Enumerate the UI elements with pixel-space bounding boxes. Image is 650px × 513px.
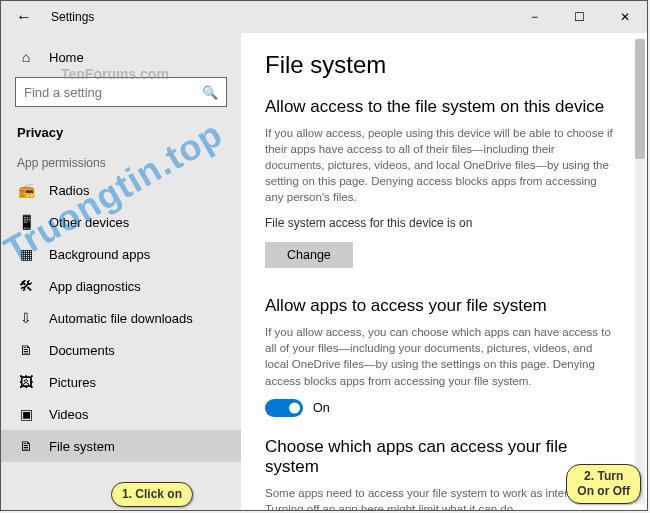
sidebar-item-pictures[interactable]: 🖼 Pictures <box>1 366 241 398</box>
sidebar-item-label: Automatic file downloads <box>49 311 193 326</box>
allow-apps-toggle[interactable] <box>265 399 303 417</box>
titlebar: ← Settings − ☐ ✕ <box>1 1 647 33</box>
sidebar-item-app-diagnostics[interactable]: 🛠 App diagnostics <box>1 270 241 302</box>
category-label: Privacy <box>1 117 241 148</box>
sidebar-item-file-system[interactable]: 🗎 File system <box>1 430 241 462</box>
sidebar-item-other-devices[interactable]: 📱 Other devices <box>1 206 241 238</box>
window-title: Settings <box>51 10 512 24</box>
section2-title: Allow apps to access your file system <box>265 296 623 316</box>
sidebar-item-label: Pictures <box>49 375 96 390</box>
sidebar-item-radios[interactable]: 📻 Radios <box>1 174 241 206</box>
background-icon: ▦ <box>17 246 35 262</box>
annotation-callout-1: 1. Click on <box>111 482 193 507</box>
sidebar-item-label: Radios <box>49 183 89 198</box>
sidebar-item-label: Background apps <box>49 247 150 262</box>
sidebar: ⌂ Home Find a setting 🔍 Privacy App perm… <box>1 33 241 510</box>
section2-desc: If you allow access, you can choose whic… <box>265 324 615 388</box>
search-input[interactable]: Find a setting 🔍 <box>15 77 227 107</box>
section3-desc: Some apps need to access your file syste… <box>265 485 615 510</box>
section1-desc: If you allow access, people using this d… <box>265 125 615 205</box>
home-icon: ⌂ <box>17 49 35 65</box>
search-placeholder: Find a setting <box>24 85 102 100</box>
sidebar-item-label: Videos <box>49 407 89 422</box>
sidebar-item-documents[interactable]: 🗎 Documents <box>1 334 241 366</box>
search-icon: 🔍 <box>202 85 218 100</box>
sidebar-item-label: Documents <box>49 343 115 358</box>
sidebar-item-label: App diagnostics <box>49 279 141 294</box>
annotation-callout-2: 2. Turn On or Off <box>566 464 641 504</box>
close-button[interactable]: ✕ <box>602 1 647 33</box>
documents-icon: 🗎 <box>17 342 35 358</box>
window-controls: − ☐ ✕ <box>512 1 647 33</box>
sidebar-item-videos[interactable]: ▣ Videos <box>1 398 241 430</box>
sidebar-item-label: Other devices <box>49 215 129 230</box>
change-button[interactable]: Change <box>265 242 353 268</box>
radios-icon: 📻 <box>17 182 35 198</box>
sidebar-item-label: File system <box>49 439 115 454</box>
maximize-button[interactable]: ☐ <box>557 1 602 33</box>
devices-icon: 📱 <box>17 214 35 230</box>
sidebar-item-auto-downloads[interactable]: ⇩ Automatic file downloads <box>1 302 241 334</box>
file-system-icon: 🗎 <box>17 438 35 454</box>
sidebar-item-home[interactable]: ⌂ Home <box>1 41 241 73</box>
allow-apps-toggle-label: On <box>313 401 330 415</box>
pictures-icon: 🖼 <box>17 374 35 390</box>
videos-icon: ▣ <box>17 406 35 422</box>
minimize-button[interactable]: − <box>512 1 557 33</box>
content-pane: File system Allow access to the file sys… <box>241 33 647 510</box>
scrollbar-thumb[interactable] <box>635 39 645 159</box>
download-icon: ⇩ <box>17 310 35 326</box>
diagnostics-icon: 🛠 <box>17 278 35 294</box>
section1-title: Allow access to the file system on this … <box>265 97 623 117</box>
page-title: File system <box>265 51 623 79</box>
back-button[interactable]: ← <box>1 1 47 33</box>
home-label: Home <box>49 50 84 65</box>
sidebar-item-background-apps[interactable]: ▦ Background apps <box>1 238 241 270</box>
device-access-status: File system access for this device is on <box>265 215 615 232</box>
group-label: App permissions <box>1 148 241 174</box>
